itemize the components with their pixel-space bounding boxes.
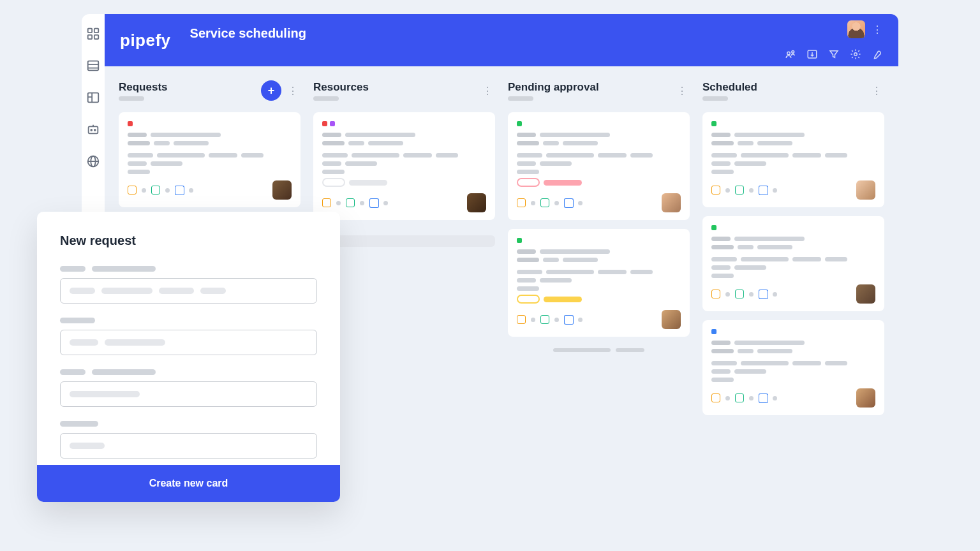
card-status-icon <box>735 290 744 298</box>
column-header: Scheduled⋮ <box>702 80 884 101</box>
add-card-button[interactable]: + <box>261 80 281 101</box>
field-input-3[interactable] <box>60 381 317 407</box>
column-title: Resources <box>313 81 369 94</box>
column-header: Resources⋮ <box>313 80 495 101</box>
tag-blue <box>711 329 716 334</box>
card[interactable] <box>119 112 301 207</box>
field-input-1[interactable] <box>60 278 317 304</box>
field-input-2[interactable] <box>60 330 317 355</box>
assignee-avatar[interactable] <box>467 193 486 212</box>
new-request-modal: New request Create new card <box>37 212 340 502</box>
card[interactable] <box>508 229 690 337</box>
column-menu[interactable]: ⋮ <box>285 85 301 97</box>
column-menu[interactable]: ⋮ <box>869 85 884 97</box>
tag-green <box>517 238 522 243</box>
svg-point-13 <box>94 129 96 131</box>
board-title: Service scheduling <box>190 26 306 41</box>
card-status-icon <box>759 186 768 195</box>
card-status-icon <box>322 198 331 207</box>
field-label <box>60 266 317 272</box>
assignee-avatar[interactable] <box>856 388 875 408</box>
svg-rect-1 <box>94 29 98 33</box>
column: Resources⋮ <box>313 80 495 485</box>
card-status-icon <box>540 315 549 324</box>
column-title: Pending approval <box>508 81 599 94</box>
card-status-icon <box>564 315 573 324</box>
assignee-avatar[interactable] <box>856 284 875 304</box>
card[interactable] <box>702 320 884 415</box>
field-label <box>60 318 317 323</box>
tools-icon[interactable] <box>872 48 883 60</box>
card-status-icon <box>711 290 720 298</box>
more-icon[interactable]: ⋮ <box>872 24 883 35</box>
svg-point-12 <box>91 129 92 131</box>
column-title: Requests <box>119 81 168 94</box>
column-subtitle <box>119 96 144 101</box>
settings-icon[interactable] <box>850 48 861 60</box>
card-status-icon <box>711 186 720 195</box>
column-menu[interactable]: ⋮ <box>480 85 495 97</box>
assignee-avatar[interactable] <box>856 180 875 200</box>
user-avatar[interactable] <box>847 20 865 38</box>
svg-point-17 <box>787 52 791 55</box>
card[interactable] <box>313 112 495 220</box>
card-status-icon <box>151 186 160 195</box>
card[interactable] <box>702 216 884 311</box>
globe-icon[interactable] <box>86 154 100 168</box>
top-bar: pipefy Service scheduling ⋮ <box>105 14 898 66</box>
card-status-icon <box>175 186 184 195</box>
column-header: Pending approval⋮ <box>508 80 690 101</box>
column: Scheduled⋮ <box>702 80 884 485</box>
svg-point-20 <box>854 53 858 56</box>
assignee-avatar[interactable] <box>272 180 292 200</box>
share-icon[interactable] <box>785 48 796 60</box>
import-icon[interactable] <box>806 48 818 60</box>
card-status-icon <box>759 290 768 298</box>
column-title: Scheduled <box>702 81 757 94</box>
tag-green <box>517 121 522 126</box>
card-status-icon <box>369 198 378 207</box>
card[interactable] <box>508 112 690 220</box>
card[interactable] <box>702 112 884 207</box>
card-status-icon <box>759 393 768 402</box>
card-status-icon <box>517 198 526 207</box>
card-status-icon <box>128 186 137 195</box>
topbar-right: ⋮ <box>785 14 883 66</box>
assignee-avatar[interactable] <box>662 193 681 212</box>
filter-icon[interactable] <box>828 48 840 60</box>
field-label <box>60 421 317 427</box>
svg-rect-4 <box>88 61 99 71</box>
svg-point-18 <box>792 50 794 53</box>
tag-red <box>128 121 133 126</box>
svg-rect-2 <box>88 35 92 39</box>
column-subtitle <box>313 96 339 101</box>
svg-rect-10 <box>89 126 98 133</box>
brand-logo: pipefy <box>120 31 171 50</box>
placeholder-card <box>313 235 495 247</box>
card-status-icon <box>735 186 744 195</box>
field-input-4[interactable] <box>60 433 317 459</box>
tag-green <box>711 121 716 126</box>
field-label <box>60 369 317 375</box>
tag-purple <box>330 121 335 126</box>
column-header: Requests+⋮ <box>119 80 301 101</box>
board-icon[interactable] <box>86 91 100 105</box>
column-menu[interactable]: ⋮ <box>674 85 690 97</box>
apps-icon[interactable] <box>86 27 100 41</box>
card-status-icon <box>564 198 573 207</box>
card-status-icon <box>540 198 549 207</box>
bot-icon[interactable] <box>86 122 100 136</box>
tag-green <box>711 225 716 230</box>
column: Pending approval⋮ <box>508 80 690 485</box>
assignee-avatar[interactable] <box>662 310 681 329</box>
card-status-icon <box>517 315 526 324</box>
card-status-icon <box>735 393 744 402</box>
column-footer <box>508 348 690 352</box>
svg-rect-0 <box>88 29 92 33</box>
modal-title: New request <box>60 233 317 248</box>
column-subtitle <box>702 96 728 101</box>
create-card-button[interactable]: Create new card <box>37 465 340 502</box>
column-subtitle <box>508 96 533 101</box>
svg-rect-3 <box>94 35 98 39</box>
list-icon[interactable] <box>86 59 100 73</box>
